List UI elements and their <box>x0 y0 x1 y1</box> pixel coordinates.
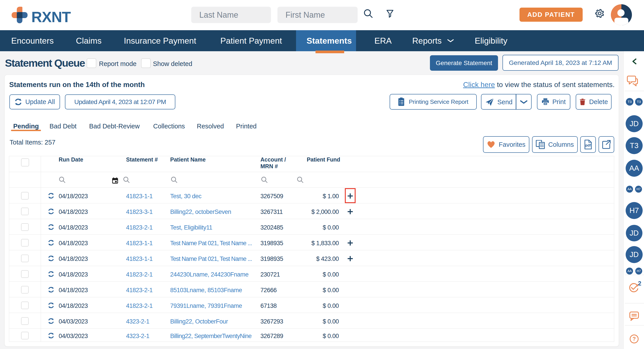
svg-text:?: ? <box>632 336 636 342</box>
svg-text:pdf: pdf <box>585 143 591 147</box>
